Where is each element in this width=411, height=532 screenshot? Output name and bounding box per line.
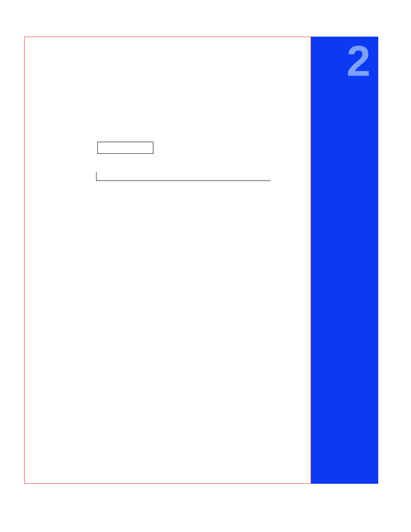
tab-notch: [378, 158, 395, 202]
chapter-number: 2: [346, 39, 371, 82]
tab-notch: [378, 287, 395, 330]
page-content-frame: [24, 37, 311, 484]
tab-notch: [378, 416, 395, 436]
tab-notch: [378, 97, 395, 137]
chapter-tab-sidebar: 2: [311, 37, 378, 484]
tab-notch: [378, 352, 395, 396]
tab-notch: [378, 223, 395, 267]
vertical-tick: [96, 172, 97, 181]
horizontal-rule: [97, 180, 271, 181]
empty-box: [97, 142, 153, 154]
